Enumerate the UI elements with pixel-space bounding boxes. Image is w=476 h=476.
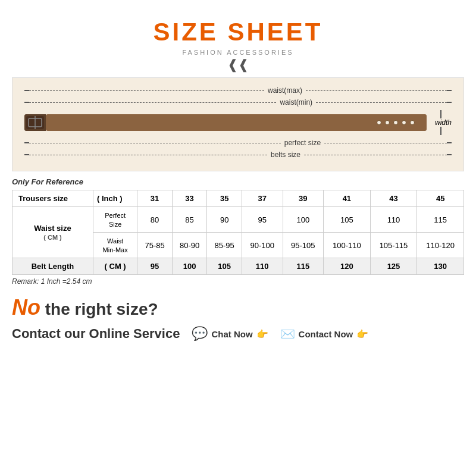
size-43: 43 — [370, 190, 417, 207]
waist-minmax-sub-label: WaistMin-Max — [93, 233, 137, 258]
wm-85-95: 85-95 — [207, 233, 242, 258]
belt-buckle — [24, 114, 46, 131]
belts-size-label: belts size — [271, 151, 300, 159]
no-size-section: No the right size? Contact our Online Se… — [12, 295, 464, 342]
contact-label: Contact our Online Service — [12, 326, 180, 342]
bl-125: 125 — [370, 258, 417, 275]
perfect-90: 90 — [207, 207, 242, 233]
question-text: the right size? — [40, 300, 158, 318]
perfect-size-row: Waist size( CM ) PerfectSize 80 85 90 95… — [12, 207, 464, 233]
belt-image: width — [24, 110, 452, 135]
waist-max-label: waist(max) — [268, 86, 302, 95]
perfect-size-label: perfect size — [284, 139, 321, 147]
belt-hole — [377, 120, 381, 125]
reference-note: Only For Reference — [12, 177, 464, 186]
size-37: 37 — [242, 190, 283, 207]
waist-min-row: waist(min) — [24, 98, 452, 107]
contact-now-button[interactable]: ✉️ Contact Now 👉 — [280, 327, 369, 341]
perfect-95: 95 — [242, 207, 283, 233]
contact-now-label: Contact Now — [299, 329, 353, 339]
waist-min-label: waist(min) — [280, 98, 312, 107]
chat-now-button[interactable]: 💬 Chat Now 👉 — [192, 326, 268, 342]
perfect-size-row: perfect size — [24, 139, 452, 147]
size-39: 39 — [283, 190, 324, 207]
page-title: SIZE SHEET — [153, 18, 322, 46]
wm-90-100: 90-100 — [242, 233, 283, 258]
trousers-header: Trousers size — [12, 190, 93, 207]
size-45: 45 — [417, 190, 464, 207]
belt-hole — [402, 120, 406, 125]
belt-diagram: waist(max) waist(min) — [12, 77, 464, 171]
perfect-size-sub-label: PerfectSize — [93, 207, 137, 233]
wm-110-120: 110-120 — [417, 233, 464, 258]
belt-length-unit: ( CM ) — [93, 258, 137, 275]
perfect-100: 100 — [283, 207, 324, 233]
bl-110: 110 — [242, 258, 283, 275]
chat-icon: 💬 — [192, 326, 208, 342]
perfect-85: 85 — [172, 207, 207, 233]
bl-130: 130 — [417, 258, 464, 275]
size-33: 33 — [172, 190, 207, 207]
chevron-icon: ❰❰ — [227, 58, 249, 71]
wm-105-115: 105-115 — [370, 233, 417, 258]
belt-length-label: Belt Length — [12, 258, 93, 275]
belt-hole — [410, 120, 415, 125]
inch-header: ( Inch ) — [93, 190, 137, 207]
perfect-105: 105 — [324, 207, 371, 233]
perfect-110: 110 — [370, 207, 417, 233]
bl-100: 100 — [172, 258, 207, 275]
no-text: No — [12, 295, 40, 320]
remark: Remark: 1 Inch =2.54 cm — [12, 277, 464, 286]
no-size-title: No the right size? — [12, 295, 464, 320]
waist-max-row: waist(max) — [24, 86, 452, 95]
bl-95: 95 — [137, 258, 173, 275]
wm-100-110: 100-110 — [324, 233, 371, 258]
perfect-80: 80 — [137, 207, 173, 233]
belt-holes — [377, 120, 415, 125]
page-subtitle: FASHION ACCESSORIES — [182, 49, 293, 56]
wm-95-105: 95-105 — [283, 233, 324, 258]
bl-105: 105 — [207, 258, 242, 275]
hand-icon-2: 👉 — [356, 328, 368, 340]
size-35: 35 — [207, 190, 242, 207]
size-31: 31 — [137, 190, 173, 207]
size-table: Trousers size ( Inch ) 31 33 35 37 39 41… — [12, 190, 464, 275]
waist-size-label: Waist size( CM ) — [12, 207, 93, 258]
belt-hole — [393, 120, 398, 125]
wm-75-85: 75-85 — [137, 233, 173, 258]
belt-body — [46, 114, 427, 131]
hand-icon: 👉 — [256, 328, 268, 340]
belt-hole — [385, 120, 390, 125]
bl-115: 115 — [283, 258, 324, 275]
belt-length-row: Belt Length ( CM ) 95 100 105 110 115 12… — [12, 258, 464, 275]
contact-section: Contact our Online Service 💬 Chat Now 👉 … — [12, 326, 464, 342]
bl-120: 120 — [324, 258, 371, 275]
size-41: 41 — [324, 190, 371, 207]
width-label: width — [435, 118, 452, 127]
table-header-row: Trousers size ( Inch ) 31 33 35 37 39 41… — [12, 190, 464, 207]
perfect-115: 115 — [417, 207, 464, 233]
email-icon: ✉️ — [280, 327, 295, 341]
chat-now-label: Chat Now — [211, 329, 252, 339]
wm-80-90: 80-90 — [172, 233, 207, 258]
belts-size-row: belts size — [24, 151, 452, 159]
